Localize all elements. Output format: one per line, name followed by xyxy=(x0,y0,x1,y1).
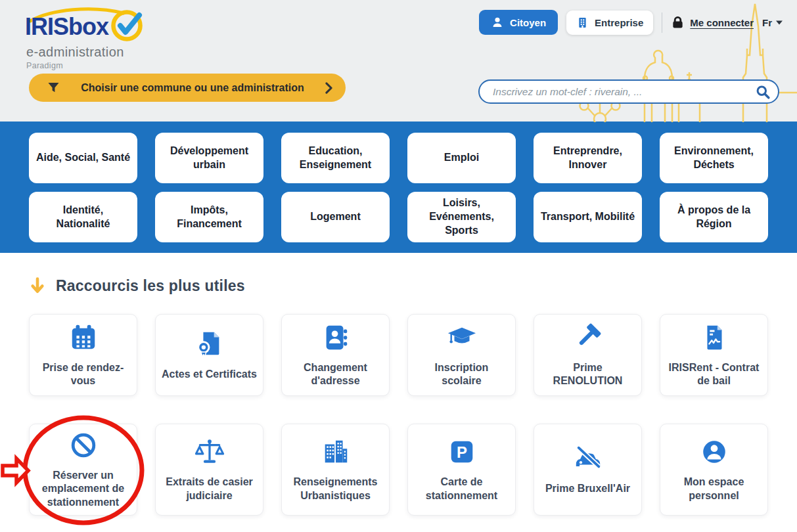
logo-subtitle: e-administration xyxy=(26,45,179,60)
category-aide-social-sante[interactable]: Aide, Social, Santé xyxy=(29,133,137,183)
shortcut-extraits-casier-judiciaire[interactable]: Extraits de casier judiciaire xyxy=(155,424,263,516)
ban-icon xyxy=(68,430,99,460)
shortcut-reserver-emplacement-stationnement[interactable]: Réserver un emplacement de stationnement xyxy=(29,424,137,516)
buildings-icon xyxy=(321,437,351,467)
hammer-icon xyxy=(573,322,603,353)
shortcut-label: Changement d'adresse xyxy=(288,361,383,388)
category-environnement-dechets[interactable]: Environnement, Déchets xyxy=(660,133,768,183)
shortcut-label: Réserver un emplacement de stationnement xyxy=(35,469,131,509)
citoyen-label: Citoyen xyxy=(510,17,546,28)
category-a-propos-region[interactable]: À propos de la Région xyxy=(660,192,768,242)
language-selector[interactable]: Fr xyxy=(762,17,783,28)
category-logement[interactable]: Logement xyxy=(281,192,390,242)
shortcut-label: Inscription scolaire xyxy=(414,361,509,388)
search-icon[interactable] xyxy=(755,84,771,100)
shortcut-irisrent-contrat-de-bail[interactable]: IRISRent - Contrat de bail xyxy=(660,314,768,396)
graduation-cap-icon xyxy=(446,322,478,353)
language-label: Fr xyxy=(762,17,772,28)
shortcut-label: Actes et Certificats xyxy=(162,368,257,381)
filter-icon xyxy=(47,81,60,94)
shortcut-carte-de-stationnement[interactable]: P Carte de stationnement xyxy=(407,424,516,516)
shortcut-label: IRISRent - Contrat de bail xyxy=(666,361,762,388)
lock-icon xyxy=(671,16,685,30)
shortcuts-title: Raccourcis les plus utiles xyxy=(56,277,245,295)
shortcut-label: Carte de stationnement xyxy=(414,476,509,502)
category-developpement-urbain[interactable]: Développement urbain xyxy=(155,133,263,183)
choose-commune-label: Choisir une commune ou une administratio… xyxy=(60,82,325,94)
login-link[interactable]: Me connecter xyxy=(671,16,754,30)
login-label: Me connecter xyxy=(690,17,754,28)
shortcuts-section-head: Raccourcis les plus utiles xyxy=(30,277,797,296)
entreprise-label: Entreprise xyxy=(595,17,643,28)
shortcuts-grid: Prise de rendez-vous Actes et Certificat… xyxy=(29,314,768,516)
search-input[interactable] xyxy=(493,86,755,98)
caret-down-icon xyxy=(776,20,783,25)
logo-title: IRISbox xyxy=(25,13,109,40)
irisbox-homepage: IRISbox e-administration Paradigm Citoye… xyxy=(0,0,797,532)
category-entreprendre-innover[interactable]: Entreprendre, Innover xyxy=(534,133,642,183)
contract-icon xyxy=(699,322,729,353)
irisbox-logo-mark: IRISbox xyxy=(25,4,179,42)
car-slash-icon xyxy=(572,443,604,474)
shortcut-label: Prime Bruxell'Air xyxy=(545,482,630,495)
category-identite-nationalite[interactable]: Identité, Nationalité xyxy=(29,192,137,242)
search-bar xyxy=(478,79,779,104)
category-education-enseignement[interactable]: Education, Enseignement xyxy=(281,133,390,183)
calendar-icon xyxy=(68,322,99,353)
top-actions: Citoyen Entreprise Me connecter xyxy=(479,10,783,35)
down-arrow-icon xyxy=(30,277,45,296)
category-transport-mobilite[interactable]: Transport, Mobilité xyxy=(534,192,642,242)
parking-icon: P xyxy=(447,437,477,467)
scales-icon xyxy=(194,437,225,467)
shortcut-actes-et-certificats[interactable]: Actes et Certificats xyxy=(155,314,263,396)
entreprise-button[interactable]: Entreprise xyxy=(566,11,653,35)
shortcut-renseignements-urbanistiques[interactable]: Renseignements Urbanistiques xyxy=(281,424,390,516)
shortcut-label: Mon espace personnel xyxy=(666,476,762,502)
address-book-icon xyxy=(321,322,351,353)
shortcut-prime-bruxell-air[interactable]: Prime Bruxell'Air xyxy=(534,424,642,516)
shortcut-label: Prime RENOLUTION xyxy=(540,361,635,388)
building-icon xyxy=(576,16,589,29)
shortcut-changement-adresse[interactable]: Changement d'adresse xyxy=(281,314,390,396)
person-icon xyxy=(491,16,504,29)
category-impots-financement[interactable]: Impôts, Financement xyxy=(155,192,263,242)
shortcut-label: Extraits de casier judiciaire xyxy=(162,476,257,502)
citoyen-button[interactable]: Citoyen xyxy=(479,10,558,35)
chevron-right-icon xyxy=(325,82,332,94)
logo-check-icon xyxy=(120,15,139,32)
shortcut-inscription-scolaire[interactable]: Inscription scolaire xyxy=(407,314,516,396)
shortcut-label: Renseignements Urbanistiques xyxy=(288,476,383,502)
shortcut-label: Prise de rendez-vous xyxy=(35,361,131,388)
choose-commune-button[interactable]: Choisir une commune ou une administratio… xyxy=(29,74,346,102)
certificate-icon xyxy=(194,329,225,359)
category-band: Aide, Social, Santé Développement urbain… xyxy=(0,122,797,253)
shortcut-prise-de-rendez-vous[interactable]: Prise de rendez-vous xyxy=(29,314,137,396)
category-loisirs-evenements-sports[interactable]: Loisirs, Evénements, Sports xyxy=(407,192,516,242)
red-arrow-annotation xyxy=(3,458,28,483)
shortcut-mon-espace-personnel[interactable]: Mon espace personnel xyxy=(660,424,768,516)
logo-brand: Paradigm xyxy=(26,61,179,70)
svg-text:P: P xyxy=(457,443,467,461)
shortcut-prime-renolution[interactable]: Prime RENOLUTION xyxy=(534,314,642,396)
header: IRISbox e-administration Paradigm Citoye… xyxy=(0,0,797,122)
irisbox-logo: IRISbox e-administration Paradigm xyxy=(25,4,179,70)
user-circle-icon xyxy=(699,437,729,467)
divider xyxy=(662,12,662,33)
category-emploi[interactable]: Emploi xyxy=(407,133,516,183)
